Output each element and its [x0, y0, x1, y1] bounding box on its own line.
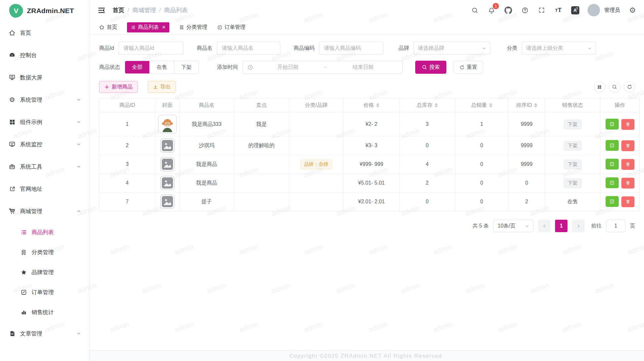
- sidebar-item-label: 分类管理: [32, 249, 54, 256]
- sidebar-item-dashboard[interactable]: 控制台: [0, 44, 89, 66]
- sidebar-item-home[interactable]: 首页: [0, 22, 89, 44]
- sidebar-item-sales-stats[interactable]: 销售统计: [0, 302, 89, 322]
- sidebar-item-category[interactable]: 分类管理: [0, 242, 89, 262]
- delete-button[interactable]: [621, 178, 634, 189]
- product-cover-image[interactable]: [158, 115, 177, 134]
- col-sales[interactable]: 总销量: [455, 98, 508, 112]
- page-unit-label: 页: [630, 223, 635, 230]
- sidebar-item-bigscreen[interactable]: 数据大屏: [0, 66, 89, 89]
- sort-icon[interactable]: [534, 103, 537, 108]
- col-stock[interactable]: 总库存: [399, 98, 455, 112]
- language-icon[interactable]: A文: [571, 6, 579, 14]
- status-option-offshelf[interactable]: 下架: [174, 61, 199, 73]
- breadcrumb-home[interactable]: 首页: [113, 6, 124, 14]
- sidebar-collapse-icon[interactable]: [98, 7, 105, 14]
- table-row: 7 提子 ¥2.01- 2.01 0 0 2 在售: [99, 192, 640, 211]
- notifications-bell-icon[interactable]: 1: [487, 6, 496, 14]
- chevron-down-icon: [76, 164, 81, 169]
- tab-category[interactable]: 分类管理: [179, 24, 207, 31]
- sidebar-item-orders[interactable]: 订单管理: [0, 282, 89, 302]
- cell-cover: [155, 136, 180, 155]
- sidebar-item-product-list[interactable]: 商品列表: [0, 222, 89, 242]
- tab-home[interactable]: 首页: [99, 24, 117, 31]
- order-icon: [20, 289, 27, 296]
- sort-icon[interactable]: [435, 103, 438, 108]
- reset-button[interactable]: 重置: [454, 61, 483, 74]
- footer: Copyright ©2025 ZRAdmin.NET All Rights R…: [89, 351, 644, 361]
- delete-button[interactable]: [621, 159, 634, 170]
- tab-orders[interactable]: 订单管理: [217, 24, 246, 31]
- prev-page-button[interactable]: [538, 220, 550, 232]
- edit-button[interactable]: [606, 140, 619, 151]
- main-area: 首页 / 商城管理 / 商品列表 1 TT A文 管理员 ⚙: [89, 0, 644, 361]
- breadcrumb-product-list: 商品列表: [164, 6, 188, 14]
- status-badge: 下架: [564, 178, 582, 188]
- delete-button[interactable]: [621, 119, 634, 130]
- sidebar-item-brand[interactable]: 品牌管理: [0, 262, 89, 282]
- tab-product-list[interactable]: 商品列表 ✕: [127, 22, 169, 32]
- product-code-input[interactable]: [319, 42, 383, 55]
- app-logo[interactable]: V ZRAdmin.NET: [0, 0, 89, 22]
- tab-label: 首页: [107, 24, 117, 31]
- col-price[interactable]: 价格: [344, 98, 399, 112]
- brand-select[interactable]: 请选择品牌: [414, 42, 490, 55]
- cell-cover: [155, 174, 180, 192]
- search-icon[interactable]: [470, 6, 479, 14]
- product-id-input[interactable]: [118, 42, 183, 55]
- product-name-input[interactable]: [217, 42, 280, 55]
- copyright-text: Copyright ©2025 ZRAdmin.NET All Rights R…: [289, 353, 444, 359]
- category-select[interactable]: 请选择上级分类: [522, 42, 596, 55]
- add-product-button[interactable]: 新增商品: [99, 81, 138, 93]
- export-button[interactable]: 导出: [148, 81, 176, 93]
- sidebar-item-mall[interactable]: 商城管理: [0, 200, 89, 222]
- col-cover: 封面: [155, 98, 180, 112]
- edit-button[interactable]: [606, 196, 619, 207]
- cell-sales: 0: [455, 192, 508, 211]
- cell-name: 沙琪玛: [180, 136, 234, 155]
- help-icon[interactable]: [521, 6, 529, 14]
- delete-button[interactable]: [621, 196, 634, 207]
- search-toggle-icon[interactable]: [609, 81, 620, 92]
- search-button[interactable]: 搜索: [415, 61, 446, 74]
- github-icon[interactable]: [504, 6, 512, 14]
- font-size-icon[interactable]: TT: [554, 6, 563, 14]
- edit-button[interactable]: [606, 159, 619, 170]
- cell-brand: 品牌：杂牌: [289, 155, 344, 174]
- delete-button[interactable]: [621, 140, 634, 151]
- sidebar-item-monitor[interactable]: 系统监控: [0, 133, 89, 155]
- page-number-button[interactable]: 1: [555, 220, 568, 232]
- columns-grid-icon[interactable]: [594, 81, 605, 92]
- cell-stock: 2: [399, 174, 455, 192]
- status-option-onsale[interactable]: 在售: [150, 61, 174, 73]
- sort-icon[interactable]: [489, 103, 492, 108]
- cell-selling-point: [234, 174, 289, 192]
- list-icon: [20, 229, 27, 236]
- status-option-all[interactable]: 全部: [125, 61, 150, 73]
- user-avatar[interactable]: [588, 4, 600, 16]
- sidebar-item-website[interactable]: 官网地址: [0, 178, 89, 200]
- sidebar-item-components[interactable]: 组件示例: [0, 111, 89, 133]
- fullscreen-icon[interactable]: [537, 6, 546, 14]
- close-icon[interactable]: ✕: [162, 25, 166, 30]
- cell-sort-id: 2: [508, 192, 545, 211]
- edit-button[interactable]: [606, 177, 619, 188]
- col-sort-id[interactable]: 排序ID: [508, 98, 545, 112]
- page-size-select[interactable]: 10条/页: [493, 220, 533, 232]
- components-icon: [9, 118, 16, 126]
- refresh-table-icon[interactable]: [624, 81, 635, 92]
- sidebar-item-system[interactable]: ⚙ 系统管理: [0, 89, 89, 111]
- username[interactable]: 管理员: [604, 7, 620, 14]
- goto-page-input[interactable]: [606, 220, 625, 232]
- cell-sales: 1: [455, 112, 508, 136]
- sort-icon[interactable]: [376, 103, 379, 108]
- next-page-button[interactable]: [572, 220, 585, 232]
- date-range-picker[interactable]: 开始日期 - 结束日期: [243, 61, 403, 74]
- sidebar-item-articles[interactable]: 文章管理: [0, 322, 89, 345]
- sidebar-item-tools[interactable]: 系统工具: [0, 155, 89, 178]
- sidebar-item-label: 系统监控: [20, 141, 42, 148]
- edit-button[interactable]: [606, 119, 619, 130]
- pagination: 共 5 条 10条/页 1 前往 页: [99, 220, 635, 232]
- settings-gear-icon[interactable]: ⚙: [628, 6, 637, 14]
- breadcrumb-mall[interactable]: 商城管理: [132, 6, 156, 14]
- chevron-down-icon: [76, 120, 81, 124]
